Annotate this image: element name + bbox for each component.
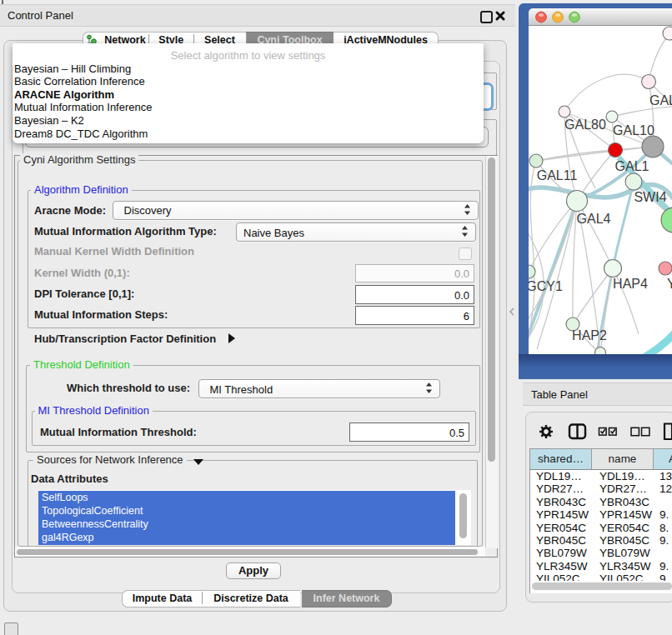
svg-text:HAP2: HAP2 <box>572 328 607 342</box>
svg-text:GAL11: GAL11 <box>537 168 578 182</box>
svg-text:GAL10: GAL10 <box>613 123 654 138</box>
svg-text:GAL80: GAL80 <box>564 118 606 132</box>
svg-text:SWI4: SWI4 <box>634 190 666 204</box>
svg-text:GAL1: GAL1 <box>615 159 649 173</box>
svg-text:GCY1: GCY1 <box>529 279 563 293</box>
svg-text:HAP4: HAP4 <box>613 277 648 291</box>
svg-text:Y: Y <box>667 277 672 291</box>
svg-text:GAL4: GAL4 <box>577 212 611 226</box>
svg-text:GAL2: GAL2 <box>649 93 672 108</box>
